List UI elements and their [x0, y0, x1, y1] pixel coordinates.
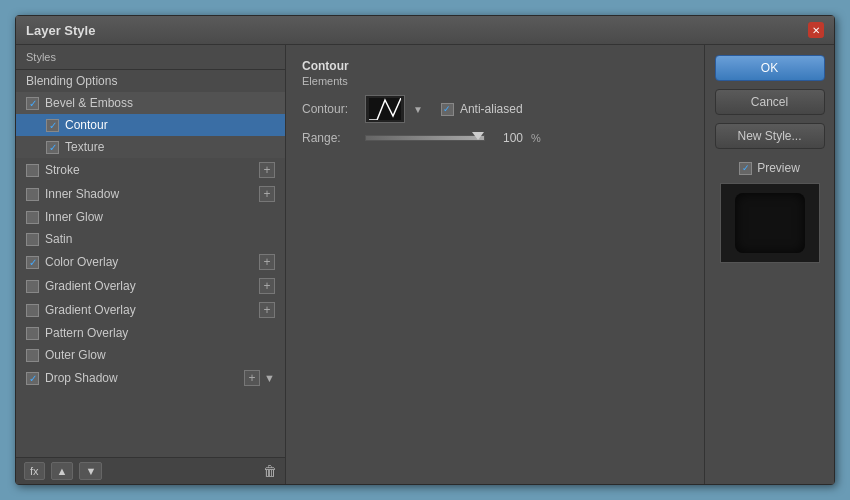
middle-panel: Contour Elements Contour: ▼	[286, 45, 704, 484]
sidebar-item-drop-shadow[interactable]: Drop Shadow + ▼	[16, 366, 285, 390]
title-bar: Layer Style ✕	[16, 16, 834, 45]
preview-section: Preview	[720, 161, 820, 263]
sidebar-item-inner-shadow[interactable]: Inner Shadow +	[16, 182, 285, 206]
anti-aliased-label: Anti-aliased	[460, 102, 523, 116]
range-slider-track	[366, 136, 484, 140]
range-slider-thumb	[472, 132, 484, 140]
texture-checkbox[interactable]	[46, 141, 59, 154]
contour-curve-svg	[369, 98, 401, 120]
stroke-add-button[interactable]: +	[259, 162, 275, 178]
inner-glow-checkbox[interactable]	[26, 211, 39, 224]
contour-preview-box[interactable]	[365, 95, 405, 123]
sidebar-item-bevel-emboss[interactable]: Bevel & Emboss	[16, 92, 285, 114]
blending-options-label: Blending Options	[26, 74, 117, 88]
new-style-button[interactable]: New Style...	[715, 123, 825, 149]
pattern-overlay-checkbox[interactable]	[26, 327, 39, 340]
pattern-overlay-label: Pattern Overlay	[45, 326, 128, 340]
range-unit: %	[531, 132, 541, 144]
move-down-button[interactable]: ▼	[79, 462, 102, 480]
layer-style-dialog: Layer Style ✕ Styles Blending Options Be…	[15, 15, 835, 485]
dialog-title: Layer Style	[26, 23, 95, 38]
range-row: Range: 100 %	[302, 131, 688, 145]
outer-glow-checkbox[interactable]	[26, 349, 39, 362]
contour-row: Contour: ▼ Anti-aliased	[302, 95, 688, 123]
stroke-label: Stroke	[45, 163, 80, 177]
drop-shadow-checkbox[interactable]	[26, 372, 39, 385]
preview-checkbox-row: Preview	[739, 161, 800, 175]
color-overlay-label: Color Overlay	[45, 255, 118, 269]
bevel-emboss-label: Bevel & Emboss	[45, 96, 133, 110]
sidebar-item-outer-glow[interactable]: Outer Glow	[16, 344, 285, 366]
inner-shadow-add-button[interactable]: +	[259, 186, 275, 202]
satin-label: Satin	[45, 232, 72, 246]
gradient-overlay-2-add-button[interactable]: +	[259, 302, 275, 318]
range-value: 100	[493, 131, 523, 145]
cancel-button[interactable]: Cancel	[715, 89, 825, 115]
delete-button[interactable]: 🗑	[263, 463, 277, 479]
sidebar-item-satin[interactable]: Satin	[16, 228, 285, 250]
inner-glow-label: Inner Glow	[45, 210, 103, 224]
range-label: Range:	[302, 131, 357, 145]
bevel-emboss-checkbox[interactable]	[26, 97, 39, 110]
sidebar-item-gradient-overlay-2[interactable]: Gradient Overlay +	[16, 298, 285, 322]
sidebar-item-inner-glow[interactable]: Inner Glow	[16, 206, 285, 228]
styles-header: Styles	[16, 45, 285, 70]
preview-label: Preview	[757, 161, 800, 175]
drop-shadow-label: Drop Shadow	[45, 371, 118, 385]
styles-list: Blending Options Bevel & Emboss Contour …	[16, 70, 285, 457]
sidebar-item-pattern-overlay[interactable]: Pattern Overlay	[16, 322, 285, 344]
stroke-checkbox[interactable]	[26, 164, 39, 177]
left-panel: Styles Blending Options Bevel & Emboss C…	[16, 45, 286, 484]
preview-checkbox[interactable]	[739, 162, 752, 175]
gradient-overlay-1-checkbox[interactable]	[26, 280, 39, 293]
gradient-overlay-1-add-button[interactable]: +	[259, 278, 275, 294]
move-up-button[interactable]: ▲	[51, 462, 74, 480]
ok-button[interactable]: OK	[715, 55, 825, 81]
close-button[interactable]: ✕	[808, 22, 824, 38]
outer-glow-label: Outer Glow	[45, 348, 106, 362]
anti-aliased-checkbox[interactable]	[441, 103, 454, 116]
texture-label: Texture	[65, 140, 104, 154]
sidebar-item-gradient-overlay-1[interactable]: Gradient Overlay +	[16, 274, 285, 298]
sidebar-item-blending-options[interactable]: Blending Options	[16, 70, 285, 92]
gradient-overlay-2-checkbox[interactable]	[26, 304, 39, 317]
fx-button[interactable]: fx	[24, 462, 45, 480]
elements-subtitle: Elements	[302, 75, 688, 87]
color-overlay-checkbox[interactable]	[26, 256, 39, 269]
preview-box	[720, 183, 820, 263]
contour-dropdown-arrow[interactable]: ▼	[413, 104, 423, 115]
preview-inner	[735, 193, 805, 253]
sidebar-item-color-overlay[interactable]: Color Overlay +	[16, 250, 285, 274]
sidebar-item-stroke[interactable]: Stroke +	[16, 158, 285, 182]
contour-field-label: Contour:	[302, 102, 357, 116]
drop-shadow-add-button[interactable]: +	[244, 370, 260, 386]
right-panel: OK Cancel New Style... Preview	[704, 45, 834, 484]
left-panel-toolbar: fx ▲ ▼ 🗑	[16, 457, 285, 484]
anti-aliased-row: Anti-aliased	[441, 102, 523, 116]
range-slider[interactable]	[365, 135, 485, 141]
inner-shadow-label: Inner Shadow	[45, 187, 119, 201]
drop-shadow-scroll-arrow: ▼	[264, 372, 275, 384]
dialog-body: Styles Blending Options Bevel & Emboss C…	[16, 45, 834, 484]
color-overlay-add-button[interactable]: +	[259, 254, 275, 270]
contour-checkbox[interactable]	[46, 119, 59, 132]
contour-section-title: Contour	[302, 59, 688, 73]
inner-shadow-checkbox[interactable]	[26, 188, 39, 201]
sidebar-item-texture[interactable]: Texture	[16, 136, 285, 158]
sidebar-item-contour[interactable]: Contour	[16, 114, 285, 136]
satin-checkbox[interactable]	[26, 233, 39, 246]
gradient-overlay-1-label: Gradient Overlay	[45, 279, 136, 293]
gradient-overlay-2-label: Gradient Overlay	[45, 303, 136, 317]
contour-label: Contour	[65, 118, 108, 132]
